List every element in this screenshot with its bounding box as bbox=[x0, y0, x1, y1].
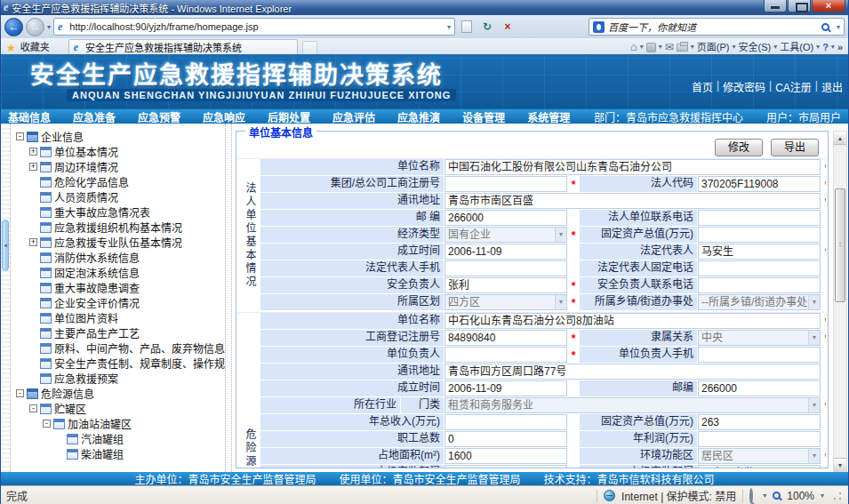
legal-person-code-input[interactable]: 370205F119008 bbox=[698, 176, 821, 192]
nav-menu-item[interactable]: 应急准备 bbox=[73, 109, 116, 124]
tree-item[interactable]: 应急救援预案 bbox=[12, 371, 225, 386]
select-dropdown-icon[interactable]: ▾ bbox=[808, 398, 820, 412]
local-safety-dept-input[interactable] bbox=[445, 465, 567, 468]
nav-menu-item[interactable]: 基础信息 bbox=[8, 109, 51, 124]
nav-menu-item[interactable]: 应急评估 bbox=[332, 109, 375, 124]
help-icon[interactable]: ? bbox=[822, 40, 829, 54]
zoom-change-caret-icon[interactable]: ▾ bbox=[763, 492, 766, 500]
url-text[interactable]: http://localhost:90/yjzh/frame/homepage.… bbox=[69, 21, 258, 32]
form-scrollbar[interactable]: ▲ ▼ bbox=[833, 131, 847, 472]
home-icon[interactable]: ⌂ bbox=[630, 40, 637, 54]
printer-icon[interactable] bbox=[677, 44, 688, 52]
tree-splitter[interactable] bbox=[225, 124, 232, 472]
page-menu-caret-icon[interactable]: ▾ bbox=[733, 40, 736, 54]
safety-officer-input[interactable]: 张利 bbox=[445, 277, 567, 293]
tree-item[interactable]: 汽油罐组 bbox=[12, 431, 225, 446]
zoom-change-icon[interactable] bbox=[749, 490, 757, 502]
affiliation-select[interactable]: 中央▾ bbox=[698, 330, 821, 346]
nav-menu-item[interactable]: 后期处置 bbox=[268, 109, 310, 124]
tree-expander-icon[interactable]: + bbox=[29, 148, 37, 156]
tree-expander-icon[interactable]: - bbox=[29, 404, 37, 412]
tree-expander-icon[interactable]: + bbox=[29, 163, 37, 171]
tools-menu-caret-icon[interactable]: ▾ bbox=[816, 40, 820, 54]
annual-profit-input[interactable] bbox=[698, 431, 821, 447]
tree-item[interactable]: 原料、中间产物、产品、废弃物信息 bbox=[12, 340, 225, 356]
unit-name-2-input[interactable]: 中石化山东青岛石油分公司8加油站 bbox=[445, 313, 821, 329]
postcode-input[interactable]: 266000 bbox=[445, 210, 567, 226]
postcode-2-input[interactable]: 266000 bbox=[698, 380, 821, 396]
search-icon[interactable] bbox=[821, 23, 829, 31]
mailing-address-2-input[interactable]: 青岛市四方区周口路77号 bbox=[445, 364, 821, 380]
nav-menu-item[interactable]: 设备管理 bbox=[462, 109, 505, 124]
safety-menu-caret-icon[interactable]: ▾ bbox=[773, 40, 777, 54]
maximize-button[interactable] bbox=[788, 0, 811, 12]
area-input[interactable]: 1600 bbox=[445, 448, 567, 464]
env-zone-select[interactable]: 居民区▾ bbox=[698, 448, 821, 464]
zoom-caret-icon[interactable]: ▾ bbox=[821, 492, 824, 500]
legal-rep-mobile-input[interactable] bbox=[445, 260, 567, 276]
legal-unit-phone-input[interactable] bbox=[698, 210, 821, 226]
export-button[interactable]: 导出 bbox=[771, 139, 819, 156]
fixed-assets-2-input[interactable]: 263 bbox=[698, 414, 821, 430]
more-toolbar-chevron-icon[interactable]: » bbox=[837, 40, 843, 54]
tree-item[interactable]: -危险源信息 bbox=[12, 386, 225, 401]
township-select[interactable]: --所属乡镇/街道办事处--▾ bbox=[698, 294, 821, 310]
scrollbar-thumb[interactable] bbox=[835, 188, 845, 302]
unit-head-input[interactable] bbox=[445, 347, 567, 363]
tree-item[interactable]: 单位图片资料 bbox=[12, 310, 225, 325]
nav-menu-item[interactable]: 应急预警 bbox=[138, 109, 180, 124]
header-link[interactable]: 退出 bbox=[821, 79, 843, 94]
tree-item[interactable]: 人员资质情况 bbox=[12, 189, 225, 204]
tree-item[interactable]: -加油站油罐区 bbox=[12, 416, 225, 431]
business-regno-input[interactable]: 84890840 bbox=[445, 330, 567, 346]
new-tab-stub[interactable] bbox=[302, 41, 317, 54]
rss-dropdown-icon[interactable]: ▾ bbox=[659, 40, 662, 54]
forward-button[interactable]: → bbox=[26, 18, 44, 36]
stop-button[interactable]: × bbox=[499, 18, 517, 36]
tree-item[interactable]: 重大事故应急情况表 bbox=[12, 204, 225, 220]
search-box[interactable]: 百度一下，你就知道 ▾ bbox=[589, 18, 845, 36]
refresh-button[interactable]: ↻ bbox=[478, 18, 496, 36]
mailing-address-input[interactable]: 青岛市市南区百盛 bbox=[445, 193, 821, 209]
zoom-level-button[interactable]: 100% bbox=[773, 490, 814, 502]
staff-count-input[interactable]: 0 bbox=[445, 431, 567, 447]
close-button[interactable]: × bbox=[812, 0, 845, 12]
tree-item[interactable]: -企业信息 bbox=[12, 129, 225, 144]
tree-expander-icon[interactable]: - bbox=[43, 420, 51, 428]
annual-income-input[interactable] bbox=[445, 414, 567, 430]
unit-name-input[interactable]: 中国石油化工股份有限公司山东青岛石油分公司 bbox=[445, 159, 821, 175]
tree-item[interactable]: +应急救援专业队伍基本情况 bbox=[12, 235, 225, 250]
print-dropdown-icon[interactable]: ▾ bbox=[691, 40, 694, 54]
tree-item[interactable]: 应急救援组织机构基本情况 bbox=[12, 220, 225, 235]
tree-item[interactable]: -贮罐区 bbox=[12, 401, 225, 416]
tree-item[interactable]: 企业安全评价情况 bbox=[12, 295, 225, 310]
select-dropdown-icon[interactable]: ▾ bbox=[555, 295, 566, 309]
panel-collapse-handle[interactable]: ◂ bbox=[2, 220, 9, 271]
address-dropdown-icon[interactable]: ▾ bbox=[447, 23, 451, 31]
legal-representative-input[interactable]: 马安生 bbox=[698, 244, 821, 260]
select-dropdown-icon[interactable]: ▾ bbox=[555, 228, 566, 242]
founding-date-input[interactable]: 2006-11-09 bbox=[445, 244, 567, 260]
safety-officer-phone-input[interactable] bbox=[698, 277, 821, 293]
search-input[interactable]: 百度一下，你就知道 bbox=[608, 20, 818, 34]
mail-icon[interactable]: ✉ bbox=[665, 40, 674, 54]
tree-item[interactable]: 固定泡沫系统信息 bbox=[12, 265, 225, 280]
economy-type-select[interactable]: 国有企业▾ bbox=[445, 227, 567, 243]
safety-menu-button[interactable]: 安全(S) bbox=[739, 40, 772, 54]
tree-item[interactable]: 重大事故隐患调查 bbox=[12, 280, 225, 295]
tree-item[interactable]: 危险化学品信息 bbox=[12, 174, 225, 189]
scroll-down-icon[interactable]: ▼ bbox=[834, 458, 846, 471]
scroll-up-icon[interactable]: ▲ bbox=[834, 132, 846, 145]
page-menu-button[interactable]: 页面(P) bbox=[697, 40, 730, 54]
back-button[interactable]: ← bbox=[4, 18, 23, 36]
legal-rep-phone-input[interactable] bbox=[698, 260, 821, 276]
industry-category-select[interactable]: 租赁和商务服务业▾ bbox=[445, 397, 821, 413]
header-link[interactable]: 首页 bbox=[692, 79, 713, 94]
nav-menu-item[interactable]: 应急响应 bbox=[203, 109, 245, 124]
help-caret-icon[interactable]: ▾ bbox=[831, 40, 835, 54]
fixed-assets-input[interactable] bbox=[698, 227, 821, 243]
header-link[interactable]: CA注册 bbox=[775, 79, 812, 94]
unit-head-mobile-input[interactable] bbox=[698, 347, 821, 363]
tree-expander-icon[interactable]: - bbox=[16, 132, 24, 140]
select-dropdown-icon[interactable]: ▾ bbox=[808, 295, 820, 309]
